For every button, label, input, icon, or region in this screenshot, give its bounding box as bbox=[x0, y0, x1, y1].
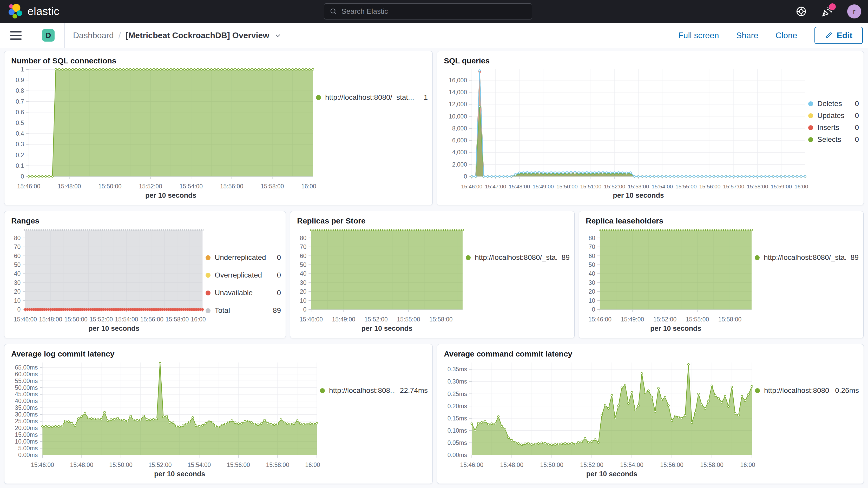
divider bbox=[64, 23, 65, 48]
search-input[interactable] bbox=[341, 7, 527, 16]
legend-label: Updates bbox=[817, 112, 850, 120]
legend-item[interactable]: http://localhost:8080/_stat...1 bbox=[316, 93, 428, 101]
legend-dot-icon bbox=[206, 273, 211, 278]
chart-sql-connections[interactable]: 00.10.20.30.40.50.60.70.80.9115:46:0015:… bbox=[9, 65, 316, 202]
svg-text:15:50:00: 15:50:00 bbox=[98, 183, 122, 190]
legend-item[interactable]: Unavailable0 bbox=[206, 289, 281, 297]
legend-item[interactable]: Deletes0 bbox=[808, 99, 859, 108]
legend-item[interactable]: http://localhost:808...22.74ms bbox=[320, 387, 428, 395]
svg-text:16:00:00: 16:00:00 bbox=[191, 316, 206, 323]
svg-text:15:46:00: 15:46:00 bbox=[460, 461, 484, 468]
dashboard-toolbar: D Dashboard / [Metricbeat CockroachDB] O… bbox=[0, 23, 868, 48]
legend-item[interactable]: http://localhost:8080...0.26ms bbox=[755, 387, 859, 395]
svg-text:15:58:00: 15:58:00 bbox=[747, 183, 768, 189]
svg-text:10: 10 bbox=[300, 297, 307, 304]
svg-text:15:55:00: 15:55:00 bbox=[675, 183, 697, 189]
svg-text:per 10 seconds: per 10 seconds bbox=[88, 325, 140, 332]
legend-value: 0 bbox=[855, 99, 859, 108]
svg-text:15:46:00: 15:46:00 bbox=[588, 316, 612, 323]
edit-button[interactable]: Edit bbox=[814, 27, 863, 44]
svg-text:14,000: 14,000 bbox=[449, 89, 467, 96]
chart-legend: Deletes0Updates0Inserts0Selects0 bbox=[808, 65, 859, 202]
svg-text:15:58:00: 15:58:00 bbox=[718, 316, 742, 323]
svg-text:16,000: 16,000 bbox=[449, 77, 467, 84]
chart-legend: Underreplicated0Overreplicated0Unavailab… bbox=[206, 225, 281, 334]
svg-text:60: 60 bbox=[300, 252, 307, 259]
svg-text:0.05ms: 0.05ms bbox=[447, 439, 467, 446]
svg-text:15:50:00: 15:50:00 bbox=[109, 461, 132, 468]
chart-replicas-per-store[interactable]: 0102030405060708015:46:0015:49:0015:52:0… bbox=[295, 225, 466, 334]
legend-item[interactable]: http://localhost:8080/_sta...89 bbox=[466, 253, 570, 262]
svg-text:15:55:00: 15:55:00 bbox=[397, 316, 420, 323]
legend-value: 89 bbox=[850, 253, 859, 262]
elastic-brand[interactable]: elastic bbox=[0, 3, 60, 20]
legend-dot-icon bbox=[206, 255, 211, 260]
share-button[interactable]: Share bbox=[736, 31, 758, 40]
legend-item[interactable]: http://localhost:8080/_sta...89 bbox=[755, 253, 859, 262]
clone-button[interactable]: Clone bbox=[775, 31, 797, 40]
svg-text:40: 40 bbox=[14, 270, 21, 277]
legend-value: 0 bbox=[855, 135, 859, 144]
svg-text:15:54:00: 15:54:00 bbox=[652, 183, 673, 189]
svg-text:15:58:00: 15:58:00 bbox=[266, 461, 289, 468]
svg-text:1: 1 bbox=[21, 66, 24, 73]
chart-avg-log-commit-latency[interactable]: 0.00ms5.00ms10.00ms15.00ms20.00ms25.00ms… bbox=[9, 358, 320, 480]
panel-title[interactable]: Replica leaseholders bbox=[584, 215, 859, 225]
legend-item[interactable]: Total89 bbox=[206, 306, 281, 315]
panel-title[interactable]: Ranges bbox=[9, 215, 281, 225]
page-title: [Metricbeat CockroachDB] Overview bbox=[126, 31, 269, 40]
svg-text:per 10 seconds: per 10 seconds bbox=[154, 470, 205, 478]
legend-value: 0 bbox=[855, 123, 859, 132]
legend-item[interactable]: Selects0 bbox=[808, 135, 859, 144]
panel-title[interactable]: Number of SQL connections bbox=[9, 55, 428, 65]
whats-new-button[interactable] bbox=[821, 5, 833, 18]
svg-text:15:58:00: 15:58:00 bbox=[261, 183, 284, 190]
svg-text:per 10 seconds: per 10 seconds bbox=[613, 191, 664, 199]
global-search[interactable] bbox=[324, 3, 532, 20]
panel-title[interactable]: Replicas per Store bbox=[295, 215, 570, 225]
svg-text:0.3: 0.3 bbox=[16, 141, 24, 148]
svg-text:15.00ms: 15.00ms bbox=[15, 431, 38, 438]
help-button[interactable] bbox=[795, 5, 807, 18]
svg-text:15:50:00: 15:50:00 bbox=[556, 183, 578, 189]
legend-value: 22.74ms bbox=[400, 387, 428, 395]
panel-title[interactable]: Average log commit latency bbox=[9, 348, 428, 358]
panel-replicas-per-store: Replicas per Store 0102030405060708015:4… bbox=[290, 211, 575, 338]
svg-text:15:47:00: 15:47:00 bbox=[485, 183, 506, 189]
svg-text:per 10 seconds: per 10 seconds bbox=[586, 470, 638, 478]
legend-item[interactable]: Overreplicated0 bbox=[206, 271, 281, 279]
legend-dot-icon bbox=[466, 255, 471, 260]
svg-text:0.25ms: 0.25ms bbox=[447, 391, 467, 397]
notification-dot bbox=[829, 3, 836, 10]
svg-text:40.00ms: 40.00ms bbox=[15, 398, 38, 404]
panel-avg-command-commit-latency: Average command commit latency 0.00ms0.0… bbox=[437, 344, 864, 484]
full-screen-button[interactable]: Full screen bbox=[678, 31, 719, 40]
legend-item[interactable]: Underreplicated0 bbox=[206, 253, 281, 262]
legend-item[interactable]: Updates0 bbox=[808, 112, 859, 120]
legend-dot-icon bbox=[206, 308, 211, 313]
svg-text:15:48:00: 15:48:00 bbox=[500, 461, 523, 468]
chart-replica-leaseholders[interactable]: 0102030405060708015:46:0015:49:0015:52:0… bbox=[584, 225, 755, 334]
legend-dot-icon bbox=[206, 291, 211, 296]
chart-avg-command-commit-latency[interactable]: 0.00ms0.05ms0.10ms0.15ms0.20ms0.25ms0.30… bbox=[442, 358, 755, 480]
chart-ranges[interactable]: 0102030405060708015:46:0015:48:0015:50:0… bbox=[9, 225, 206, 334]
chart-sql-queries[interactable]: 02,0004,0006,0008,00010,00012,00014,0001… bbox=[442, 65, 808, 202]
svg-text:15:48:00: 15:48:00 bbox=[509, 183, 530, 189]
breadcrumb-dashboard-link[interactable]: Dashboard bbox=[73, 31, 114, 40]
svg-text:15:54:00: 15:54:00 bbox=[180, 183, 203, 190]
title-menu-button[interactable] bbox=[274, 31, 282, 39]
menu-button[interactable] bbox=[0, 23, 32, 48]
user-avatar[interactable]: r bbox=[847, 4, 861, 19]
dashboard-badge[interactable]: D bbox=[42, 29, 55, 41]
panel-title[interactable]: SQL queries bbox=[442, 55, 859, 65]
svg-text:12,000: 12,000 bbox=[449, 101, 467, 108]
svg-text:15:46:00: 15:46:00 bbox=[17, 183, 40, 190]
svg-text:15:52:00: 15:52:00 bbox=[364, 316, 388, 323]
svg-text:0.20ms: 0.20ms bbox=[447, 403, 467, 409]
svg-text:15:56:00: 15:56:00 bbox=[227, 461, 250, 468]
legend-item[interactable]: Inserts0 bbox=[808, 123, 859, 132]
svg-text:15:56:00: 15:56:00 bbox=[220, 183, 244, 190]
svg-text:80: 80 bbox=[14, 235, 21, 241]
svg-text:15:50:00: 15:50:00 bbox=[64, 316, 88, 323]
panel-title[interactable]: Average command commit latency bbox=[442, 348, 859, 358]
